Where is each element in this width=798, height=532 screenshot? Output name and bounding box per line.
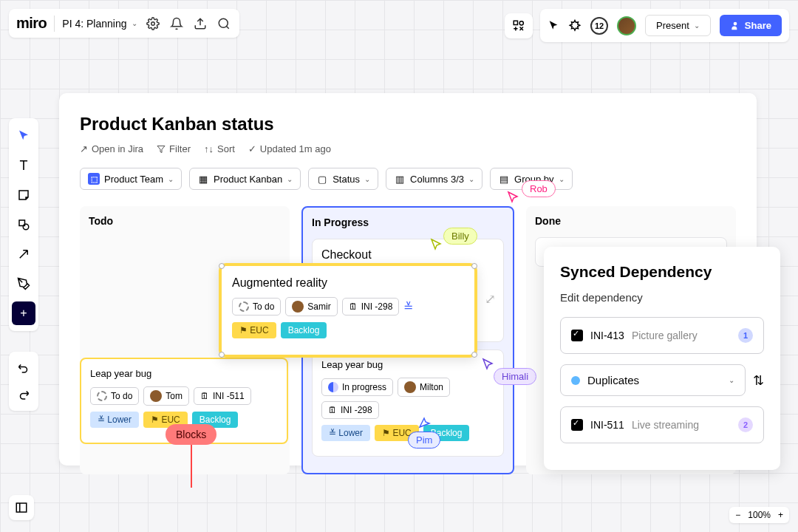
cursor-icon[interactable] bbox=[548, 20, 559, 32]
dependency-panel: Synced Dependency Edit dependency INI-41… bbox=[544, 247, 780, 470]
resize-handle-bl[interactable] bbox=[219, 352, 225, 358]
chevron-down-icon: ⌄ bbox=[559, 175, 565, 183]
assignee-pill[interactable]: Samir bbox=[285, 297, 337, 316]
top-left-toolbar: miro PI 4: Planning ⌄ bbox=[9, 9, 239, 38]
issue-pill[interactable]: 🗓 INI -298 bbox=[321, 401, 379, 419]
status-filter[interactable]: ▢Status⌄ bbox=[308, 168, 378, 190]
dep-id: INI-511 bbox=[590, 419, 624, 431]
open-jira-label: Open in Jira bbox=[92, 143, 143, 154]
blocks-label[interactable]: Blocks bbox=[166, 424, 216, 445]
zoom-controls[interactable]: − 100% + bbox=[729, 507, 789, 523]
count-badge: 1 bbox=[738, 328, 753, 343]
cursor-arrow-icon bbox=[507, 191, 520, 204]
count-badge: 2 bbox=[738, 417, 753, 432]
resize-handle-tl[interactable] bbox=[219, 263, 225, 269]
chevron-down-icon: ⌄ bbox=[468, 175, 474, 183]
panel-title: Synced Dependency bbox=[560, 263, 764, 281]
settings-icon[interactable] bbox=[145, 16, 161, 32]
text-tool[interactable]: T bbox=[12, 154, 35, 177]
collaboration-group: 12 Present⌄ Share bbox=[540, 9, 789, 42]
priority-tag: ≚ Lower bbox=[321, 425, 370, 441]
column-title: In Progress bbox=[312, 216, 504, 228]
columns-filter[interactable]: ▥Columns 3/3⌄ bbox=[386, 168, 482, 190]
dot-icon bbox=[571, 376, 580, 385]
resize-handle-br[interactable] bbox=[471, 352, 477, 358]
issue-pill[interactable]: 🗓 INI -511 bbox=[194, 387, 251, 405]
cursor-billy: Billy bbox=[443, 228, 477, 245]
dependency-item-2[interactable]: INI-511 Live streaming 2 bbox=[560, 406, 764, 443]
sort-button[interactable]: ↑↓ Sort bbox=[204, 143, 235, 154]
filter-bar: ⬚Product Team⌄ ▦Product Kanban⌄ ▢Status⌄… bbox=[80, 168, 736, 190]
filter-button[interactable]: Filter bbox=[157, 143, 191, 154]
team-icon: ⬚ bbox=[88, 173, 100, 185]
redo-button[interactable] bbox=[12, 383, 35, 406]
sticky-tool[interactable] bbox=[12, 183, 35, 207]
zoom-level[interactable]: 100% bbox=[748, 510, 771, 520]
add-tool[interactable]: + bbox=[12, 301, 35, 325]
board-filter[interactable]: ▦Product Kanban⌄ bbox=[189, 168, 301, 190]
assignee-pill[interactable]: Milton bbox=[398, 378, 450, 397]
assignee-text: Milton bbox=[420, 382, 443, 392]
issue-text: INI -298 bbox=[361, 301, 393, 312]
cursor-pim: Pim bbox=[408, 432, 440, 449]
priority-icon[interactable]: ≚ bbox=[403, 300, 413, 314]
relation-label: Duplicates bbox=[587, 374, 639, 386]
chevron-down-icon: ⌄ bbox=[287, 175, 293, 183]
user-avatar[interactable] bbox=[617, 16, 636, 35]
divider bbox=[54, 16, 55, 32]
cursor-rob: Rob bbox=[522, 180, 556, 197]
expand-icon[interactable]: ⤢ bbox=[485, 291, 496, 307]
select-tool[interactable] bbox=[12, 124, 35, 148]
status-pill[interactable]: To do bbox=[90, 387, 139, 405]
avatar-icon bbox=[292, 301, 304, 313]
undo-button[interactable] bbox=[12, 356, 35, 380]
frame-title: Product Kanban status bbox=[80, 114, 736, 134]
board-name-dropdown[interactable]: PI 4: Planning ⌄ bbox=[62, 18, 137, 30]
panel-toggle-button[interactable] bbox=[9, 495, 34, 520]
issue-pill[interactable]: 🗓 INI -298 bbox=[342, 298, 400, 316]
svg-point-4 bbox=[734, 21, 737, 25]
status-pill[interactable]: To do bbox=[232, 298, 281, 316]
tools-toolbar: T + bbox=[9, 118, 38, 331]
status-pill[interactable]: In progress bbox=[321, 378, 393, 396]
card-augmented-reality[interactable]: Augmented reality To do Samir 🗓 INI -298… bbox=[219, 263, 477, 358]
dependency-link-line bbox=[191, 443, 192, 488]
export-icon[interactable] bbox=[192, 16, 208, 32]
assignee-text: Samir bbox=[307, 301, 330, 312]
shape-tool[interactable] bbox=[12, 213, 35, 236]
participant-count[interactable]: 12 bbox=[590, 17, 608, 35]
chevron-down-icon: ⌄ bbox=[132, 19, 137, 27]
dep-name: Live streaming bbox=[632, 419, 699, 431]
frame-actions: ↗ Open in Jira Filter ↑↓ Sort ✓ Updated … bbox=[80, 143, 736, 154]
pen-tool[interactable] bbox=[12, 272, 35, 296]
history-toolbar bbox=[9, 352, 38, 411]
relation-dropdown[interactable]: Duplicates ⌄ bbox=[560, 364, 746, 396]
avatar-icon bbox=[150, 390, 162, 402]
priority-text: Lower bbox=[107, 415, 132, 425]
arrow-tool[interactable] bbox=[12, 242, 35, 266]
swap-button[interactable]: ⇅ bbox=[753, 372, 764, 389]
miro-logo[interactable]: miro bbox=[16, 15, 47, 32]
cursor-arrow-icon bbox=[418, 415, 432, 429]
bell-icon[interactable] bbox=[168, 16, 185, 32]
dependency-item-1[interactable]: INI-413 Picture gallery 1 bbox=[560, 317, 764, 354]
issue-text: INI -298 bbox=[341, 405, 372, 415]
zoom-out-button[interactable]: − bbox=[735, 510, 740, 520]
share-label: Share bbox=[745, 20, 771, 31]
assignee-pill[interactable]: Tom bbox=[143, 386, 189, 406]
apps-button[interactable] bbox=[505, 13, 533, 38]
cursor-arrow-icon bbox=[482, 358, 495, 371]
open-jira-link[interactable]: ↗ Open in Jira bbox=[80, 143, 143, 154]
cursor-himali: Himali bbox=[494, 368, 536, 385]
checkbox-icon[interactable] bbox=[571, 330, 583, 341]
team-filter[interactable]: ⬚Product Team⌄ bbox=[80, 168, 182, 190]
zoom-in-button[interactable]: + bbox=[778, 510, 783, 520]
search-icon[interactable] bbox=[216, 16, 232, 32]
present-button[interactable]: Present⌄ bbox=[645, 15, 711, 36]
chevron-down-icon: ⌄ bbox=[168, 175, 174, 183]
checkbox-icon[interactable] bbox=[571, 419, 583, 431]
resize-handle-tr[interactable] bbox=[471, 263, 477, 269]
svg-point-6 bbox=[23, 224, 29, 230]
share-button[interactable]: Share bbox=[720, 15, 782, 36]
reactions-icon[interactable] bbox=[568, 19, 582, 33]
